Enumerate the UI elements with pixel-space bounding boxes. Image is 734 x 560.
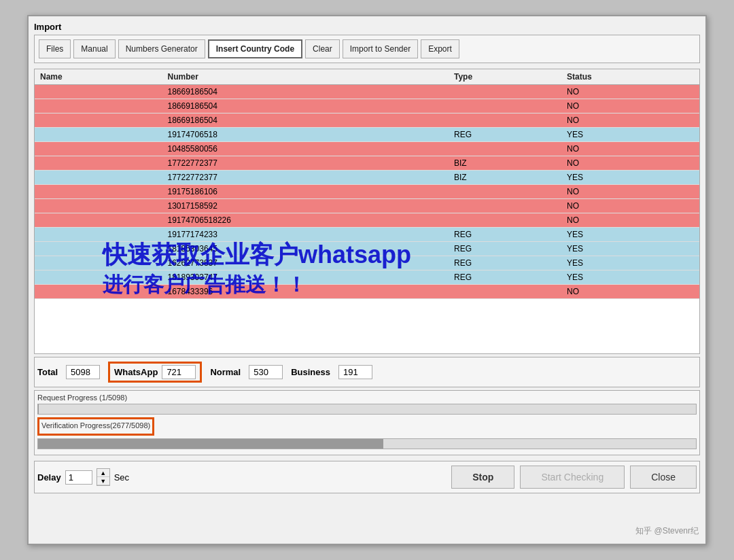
cell-number: 18669186504 xyxy=(162,99,449,113)
cell-status: NO xyxy=(561,142,699,156)
cell-type xyxy=(449,185,561,199)
stop-button[interactable]: Stop xyxy=(451,466,514,489)
cell-status: YES xyxy=(561,171,699,185)
table-row[interactable]: 18669186504 NO xyxy=(35,99,699,113)
whatsapp-stats: WhatsApp 721 xyxy=(108,362,202,383)
cell-name xyxy=(35,285,162,299)
cell-status: NO xyxy=(561,199,699,213)
cell-number: 17722772377 xyxy=(162,171,449,185)
import-sender-button[interactable]: Import to Sender xyxy=(343,39,418,58)
table-row[interactable]: 13017158592 NO xyxy=(35,199,699,213)
toolbar: Files Manual Numbers Generator Insert Co… xyxy=(34,35,700,63)
delay-spinner[interactable]: ▲ ▼ xyxy=(97,468,110,486)
table-row[interactable]: 18185303645 REG YES xyxy=(35,242,699,256)
cell-number: 19174706518 xyxy=(162,128,449,142)
cell-name xyxy=(35,242,162,256)
cell-type: BIZ xyxy=(449,156,561,171)
progress-section: Request Progress (1/5098) Verification P… xyxy=(34,390,700,455)
table-row[interactable]: 17722772377 BIZ NO xyxy=(35,156,699,171)
table-row[interactable]: 17722772377 BIZ YES xyxy=(35,171,699,185)
cell-type: BIZ xyxy=(449,171,561,185)
cell-name xyxy=(35,128,162,142)
col-status: Status xyxy=(561,69,699,85)
normal-value: 530 xyxy=(249,365,283,379)
cell-name xyxy=(35,270,162,285)
table-row[interactable]: 16262773837 REG YES xyxy=(35,256,699,270)
cell-number: 18189303747 xyxy=(162,270,449,285)
cell-number: 16262773837 xyxy=(162,256,449,270)
cell-type xyxy=(449,285,561,299)
cell-status: YES xyxy=(561,242,699,256)
cell-name xyxy=(35,213,162,228)
cell-name xyxy=(35,171,162,185)
table-row[interactable]: 18669186504 NO xyxy=(35,85,699,99)
bottom-section: Delay ▲ ▼ Sec Stop Start Checking Close xyxy=(34,461,700,493)
zhihu-label: 知乎 @Stevenr纪 xyxy=(635,525,699,537)
table-row[interactable]: 19177174233 REG YES xyxy=(35,228,699,242)
cell-number: 17722772377 xyxy=(162,156,449,171)
data-table-container: Name Number Type Status 18669186504 NO 1… xyxy=(34,69,700,354)
cell-status: NO xyxy=(561,285,699,299)
verification-bar-fill xyxy=(38,439,383,449)
cell-name xyxy=(35,85,162,99)
cell-status: YES xyxy=(561,256,699,270)
col-type: Type xyxy=(449,69,561,85)
cell-number: 19174706518226 xyxy=(162,213,449,228)
cell-number: 19177174233 xyxy=(162,228,449,242)
manual-button[interactable]: Manual xyxy=(73,39,115,58)
col-number: Number xyxy=(162,69,449,85)
cell-name xyxy=(35,228,162,242)
delay-label: Delay xyxy=(37,472,61,483)
cell-name xyxy=(35,142,162,156)
numbers-gen-button[interactable]: Numbers Generator xyxy=(118,39,205,58)
cell-status: NO xyxy=(561,156,699,171)
cell-type: REG xyxy=(449,128,561,142)
cell-name xyxy=(35,113,162,128)
cell-number: 18669186504 xyxy=(162,113,449,128)
business-value: 191 xyxy=(338,365,372,379)
total-value: 5098 xyxy=(66,365,100,379)
cell-status: NO xyxy=(561,213,699,228)
cell-number: 13017158592 xyxy=(162,199,449,213)
cell-status: NO xyxy=(561,99,699,113)
table-row[interactable]: 19175186106 NO xyxy=(35,185,699,199)
table-row[interactable]: 18669186504 NO xyxy=(35,113,699,128)
cell-number: 10485580056 xyxy=(162,142,449,156)
stats-row: Total 5098 WhatsApp 721 Normal 530 Busin… xyxy=(34,357,700,387)
cell-type xyxy=(449,213,561,228)
insert-country-button[interactable]: Insert Country Code xyxy=(208,39,302,58)
request-label: Request Progress (1/5098) xyxy=(37,393,697,402)
cell-type: REG xyxy=(449,242,561,256)
main-window: Import Files Manual Numbers Generator In… xyxy=(27,15,707,545)
spin-down[interactable]: ▼ xyxy=(97,477,109,485)
cell-number: 1678433396 xyxy=(162,285,449,299)
table-row[interactable]: 10485580056 NO xyxy=(35,142,699,156)
export-button[interactable]: Export xyxy=(421,39,459,58)
table-row[interactable]: 19174706518226 NO xyxy=(35,213,699,228)
cell-type xyxy=(449,199,561,213)
cell-type xyxy=(449,85,561,99)
cell-type: REG xyxy=(449,256,561,270)
spin-up[interactable]: ▲ xyxy=(97,469,109,477)
cell-number: 18669186504 xyxy=(162,85,449,99)
cell-name xyxy=(35,199,162,213)
cell-type xyxy=(449,99,561,113)
table-row[interactable]: 18189303747 REG YES xyxy=(35,270,699,285)
business-label: Business xyxy=(291,367,330,377)
close-button[interactable]: Close xyxy=(630,466,697,489)
verification-progress-bar xyxy=(37,438,697,449)
cell-type xyxy=(449,142,561,156)
start-checking-button[interactable]: Start Checking xyxy=(520,466,625,489)
cell-type: REG xyxy=(449,270,561,285)
clear-button[interactable]: Clear xyxy=(305,39,340,58)
table-row[interactable]: 19174706518 REG YES xyxy=(35,128,699,142)
table-row[interactable]: 1678433396 NO xyxy=(35,285,699,299)
cell-number: 19175186106 xyxy=(162,185,449,199)
delay-input[interactable] xyxy=(65,470,92,485)
cell-status: NO xyxy=(561,113,699,128)
verification-label: Verification Progress(2677/5098) xyxy=(41,421,150,430)
cell-status: YES xyxy=(561,270,699,285)
cell-name xyxy=(35,185,162,199)
cell-status: YES xyxy=(561,128,699,142)
files-button[interactable]: Files xyxy=(39,39,71,58)
